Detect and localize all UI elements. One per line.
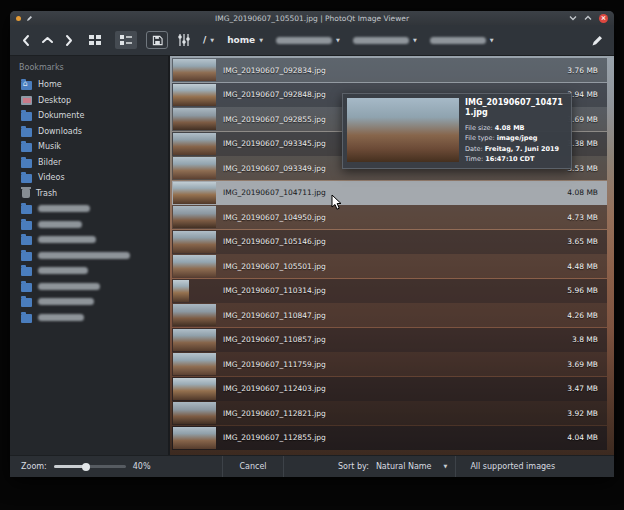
sidebar-item-label: Downloads bbox=[38, 127, 82, 136]
home-icon bbox=[21, 81, 32, 90]
file-row[interactable]: IMG_20190607_110314.jpg5.96 MB bbox=[172, 279, 607, 303]
redacted-label bbox=[276, 37, 332, 44]
sidebar-item-trash[interactable]: Trash bbox=[10, 186, 168, 202]
file-row[interactable]: IMG_20190607_112821.jpg3.92 MB bbox=[172, 401, 607, 425]
file-row[interactable]: IMG_20190607_105501.jpg4.48 MB bbox=[172, 254, 607, 278]
file-thumbnail bbox=[173, 280, 189, 302]
up-button[interactable] bbox=[41, 34, 54, 46]
file-row[interactable]: IMG_20190607_092834.jpg3.76 MB bbox=[172, 58, 607, 82]
grid-icon bbox=[88, 34, 102, 46]
file-name: IMG_20190607_110847.jpg bbox=[223, 311, 567, 320]
folder-icon bbox=[21, 221, 32, 230]
file-thumbnail bbox=[173, 353, 216, 375]
bottom-bar-gap bbox=[284, 456, 330, 477]
file-row[interactable]: IMG_20190607_105146.jpg3.65 MB bbox=[172, 230, 607, 254]
redacted-label bbox=[38, 205, 90, 212]
toolbar: /▼home▼▼▼▼ bbox=[10, 25, 614, 56]
list-view-button[interactable] bbox=[115, 31, 137, 49]
maximize-button[interactable] bbox=[584, 15, 592, 21]
titlebar-left-icons bbox=[16, 15, 33, 22]
folder-icon bbox=[21, 174, 32, 183]
redacted-label bbox=[38, 236, 96, 243]
sidebar-item-redacted[interactable] bbox=[10, 294, 168, 310]
zoom-control: Zoom: 40% bbox=[10, 456, 222, 477]
filter-dropdown[interactable]: All supported images bbox=[455, 456, 569, 477]
folder-icon bbox=[21, 205, 32, 214]
file-name: IMG_20190607_105501.jpg bbox=[223, 262, 567, 271]
sidebar-item-home[interactable]: Home bbox=[10, 77, 168, 93]
grid-view-button[interactable] bbox=[84, 31, 106, 49]
breadcrumb-segment[interactable]: ▼ bbox=[430, 37, 494, 44]
file-size: 3.65 MB bbox=[567, 237, 598, 246]
folder-icon bbox=[21, 283, 32, 292]
filter-sliders-button[interactable] bbox=[177, 33, 191, 47]
save-button[interactable] bbox=[146, 31, 168, 49]
sidebar-item-bilder[interactable]: Bilder bbox=[10, 155, 168, 171]
sidebar-item-videos[interactable]: Videos bbox=[10, 170, 168, 186]
file-thumbnail bbox=[173, 84, 216, 106]
zoom-slider[interactable] bbox=[54, 465, 126, 468]
breadcrumb-segment[interactable]: ▼ bbox=[353, 37, 417, 44]
file-size: 3.47 MB bbox=[567, 384, 598, 393]
bottom-bar-end bbox=[569, 456, 614, 477]
trash-icon bbox=[22, 189, 30, 198]
preview-details: IMG_20190607_104711.jpg File size: 4.08 … bbox=[465, 98, 567, 164]
bottom-bar: Zoom: 40% Cancel Sort by: Natural Name ▼ bbox=[10, 455, 614, 477]
file-row[interactable]: IMG_20190607_111759.jpg3.69 MB bbox=[172, 352, 607, 376]
minimize-button[interactable] bbox=[569, 15, 577, 21]
sidebar-item-redacted[interactable] bbox=[10, 232, 168, 248]
folder-icon bbox=[21, 298, 32, 307]
bookmarks-title: Bookmarks bbox=[10, 59, 168, 77]
file-size: 3.92 MB bbox=[567, 409, 598, 418]
edit-path-button[interactable] bbox=[591, 34, 604, 47]
file-size: 5.96 MB bbox=[567, 286, 598, 295]
titlebar[interactable]: IMG_20190607_105501.jpg | PhotoQt Image … bbox=[10, 11, 614, 25]
file-preview-tooltip: IMG_20190607_104711.jpg File size: 4.08 … bbox=[342, 93, 572, 169]
zoom-slider-knob[interactable] bbox=[82, 463, 90, 471]
folder-icon bbox=[21, 314, 32, 323]
sidebar-item-redacted[interactable] bbox=[10, 201, 168, 217]
sidebar-item-musik[interactable]: Musik bbox=[10, 139, 168, 155]
file-row[interactable]: IMG_20190607_110847.jpg4.26 MB bbox=[172, 303, 607, 327]
sidebar-item-redacted[interactable] bbox=[10, 248, 168, 264]
file-name: IMG_20190607_111759.jpg bbox=[223, 360, 567, 369]
file-name: IMG_20190607_112403.jpg bbox=[223, 384, 567, 393]
sidebar-item-desktop[interactable]: Desktop bbox=[10, 93, 168, 109]
sidebar-item-redacted[interactable] bbox=[10, 310, 168, 326]
breadcrumb-segment[interactable]: home▼ bbox=[227, 35, 263, 45]
chevron-down-icon: ▼ bbox=[259, 38, 263, 43]
forward-button[interactable] bbox=[63, 34, 75, 47]
folder-icon bbox=[21, 267, 32, 276]
sidebar-item-downloads[interactable]: Downloads bbox=[10, 124, 168, 140]
file-name: IMG_20190607_112821.jpg bbox=[223, 409, 567, 418]
redacted-label bbox=[353, 37, 409, 44]
file-row[interactable]: IMG_20190607_112855.jpg4.04 MB bbox=[172, 426, 607, 450]
sidebar-item-redacted[interactable] bbox=[10, 263, 168, 279]
file-thumbnail bbox=[173, 108, 216, 130]
file-row[interactable]: IMG_20190607_104711.jpg4.08 MB bbox=[172, 181, 607, 205]
file-row[interactable]: IMG_20190607_112403.jpg3.47 MB bbox=[172, 377, 607, 401]
file-name: IMG_20190607_110857.jpg bbox=[223, 335, 572, 344]
preview-filename: IMG_20190607_104711.jpg bbox=[465, 98, 567, 119]
sidebar-item-redacted[interactable] bbox=[10, 279, 168, 295]
sidebar-item-dokumente[interactable]: Dokumente bbox=[10, 108, 168, 124]
file-row[interactable]: IMG_20190607_104950.jpg4.73 MB bbox=[172, 205, 607, 229]
file-size: 4.48 MB bbox=[567, 262, 598, 271]
sort-dropdown[interactable]: Natural Name ▼ bbox=[376, 462, 448, 471]
chevron-down-icon: ▼ bbox=[413, 38, 417, 43]
back-button[interactable] bbox=[20, 34, 32, 47]
preview-file-size: File size: 4.08 MB bbox=[465, 123, 567, 133]
cancel-button[interactable]: Cancel bbox=[222, 456, 284, 477]
mouse-cursor bbox=[331, 194, 343, 215]
breadcrumb-segment[interactable]: /▼ bbox=[203, 35, 214, 45]
close-button[interactable]: × bbox=[599, 14, 608, 23]
file-row[interactable]: IMG_20190607_110857.jpg3.8 MB bbox=[172, 328, 607, 352]
sort-value: Natural Name bbox=[376, 462, 432, 471]
sidebar-item-label: Videos bbox=[38, 173, 65, 182]
breadcrumb: /▼home▼▼▼▼ bbox=[203, 35, 494, 45]
breadcrumb-label: home bbox=[227, 35, 255, 45]
redacted-label bbox=[38, 283, 100, 290]
file-thumbnail bbox=[173, 255, 216, 277]
breadcrumb-segment[interactable]: ▼ bbox=[276, 37, 340, 44]
sidebar-item-redacted[interactable] bbox=[10, 217, 168, 233]
